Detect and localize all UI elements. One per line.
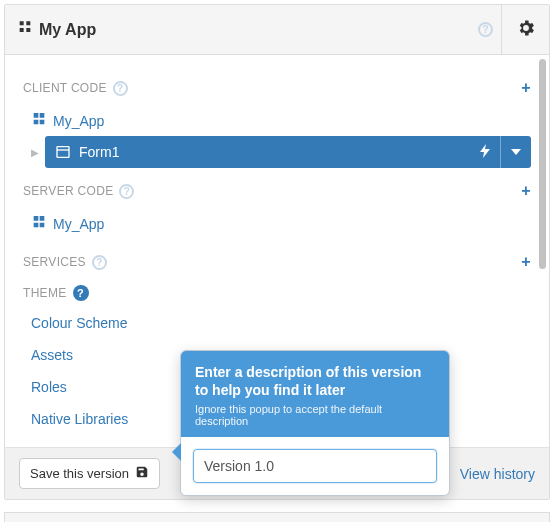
version-description-popover: Enter a description of this version to h… — [180, 350, 450, 496]
help-icon[interactable]: ? — [119, 184, 134, 199]
section-services: SERVICES ? + — [23, 253, 531, 271]
expand-caret[interactable]: ▶ — [31, 147, 39, 158]
form-row: ▶ Form1 — [23, 136, 531, 168]
help-icon[interactable]: ? — [92, 255, 107, 270]
view-history-link[interactable]: View history — [460, 466, 535, 482]
help-icon[interactable]: ? — [73, 285, 89, 301]
form-label: Form1 — [79, 144, 470, 160]
gear-icon — [516, 18, 536, 41]
add-service-button[interactable]: + — [521, 253, 531, 271]
app-header: My App ? — [5, 5, 549, 55]
help-icon[interactable]: ? — [113, 81, 128, 96]
theme-item-label: Assets — [31, 347, 73, 363]
svg-rect-0 — [57, 147, 69, 158]
theme-item-label: Native Libraries — [31, 411, 128, 427]
scrollbar[interactable] — [539, 59, 546, 269]
section-client-code: CLIENT CODE ? + — [23, 79, 531, 97]
section-label: SERVICES — [23, 255, 86, 269]
client-module-label: My_App — [53, 113, 104, 129]
module-icon — [31, 214, 47, 233]
theme-item-label: Roles — [31, 379, 67, 395]
section-server-code: SERVER CODE ? + — [23, 182, 531, 200]
form-dropdown-button[interactable] — [500, 136, 531, 168]
bolt-icon[interactable] — [470, 144, 500, 161]
section-label: CLIENT CODE — [23, 81, 107, 95]
section-theme: THEME ? — [23, 285, 531, 301]
popover-title: Enter a description of this version to h… — [195, 363, 435, 399]
save-version-button[interactable]: Save this version — [19, 458, 160, 489]
section-label: THEME — [23, 286, 67, 300]
app-title: My App — [39, 21, 478, 39]
help-icon[interactable]: ? — [478, 22, 493, 37]
add-server-code-button[interactable]: + — [521, 182, 531, 200]
version-description-input[interactable] — [193, 449, 437, 483]
section-label: SERVER CODE — [23, 184, 113, 198]
settings-button[interactable] — [501, 5, 549, 55]
server-module-item[interactable]: My_App — [23, 208, 531, 239]
client-module-item[interactable]: My_App — [23, 105, 531, 136]
form-item-selected[interactable]: Form1 — [45, 136, 531, 168]
save-button-label: Save this version — [30, 466, 129, 481]
form-icon — [55, 144, 71, 160]
popover-subtitle: Ignore this popup to accept the default … — [195, 403, 435, 427]
theme-item-colour-scheme[interactable]: Colour Scheme — [23, 309, 531, 337]
module-icon — [31, 111, 47, 130]
server-module-label: My_App — [53, 216, 104, 232]
popover-header: Enter a description of this version to h… — [181, 351, 449, 437]
app-icon — [17, 20, 33, 39]
add-client-code-button[interactable]: + — [521, 79, 531, 97]
output-panel-header[interactable]: ▶ Output — [4, 512, 550, 522]
save-icon — [135, 465, 149, 482]
theme-item-label: Colour Scheme — [31, 315, 128, 331]
